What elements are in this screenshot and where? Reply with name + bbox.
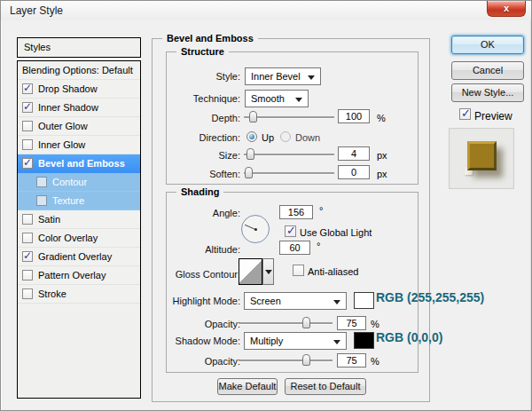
depth-slider-track[interactable] (244, 116, 334, 118)
style-dropdown[interactable]: Inner Bevel (245, 67, 321, 85)
checkbox-icon[interactable] (22, 214, 33, 225)
sidebar-item-gradient-overlay[interactable]: Gradient Overlay (18, 248, 140, 266)
direction-down-radio[interactable] (280, 131, 291, 142)
depth-label: Depth: (167, 113, 240, 123)
checkbox-icon[interactable] (22, 158, 33, 169)
checkbox-icon[interactable] (22, 288, 33, 299)
sidebar-item-pattern-overlay[interactable]: Pattern Overlay (18, 266, 140, 285)
shadow-opacity-thumb[interactable] (302, 354, 310, 366)
sidebar-item-outer-glow[interactable]: Outer Glow (18, 117, 140, 136)
gloss-contour-thumbnail[interactable] (239, 258, 262, 285)
sidebar-item-label: Outer Glow (38, 121, 88, 131)
shadow-mode-value: Multiply (250, 336, 283, 346)
shadow-opacity-track[interactable] (239, 360, 332, 361)
angle-unit: ° (319, 205, 323, 216)
sidebar-item-texture[interactable]: Texture (18, 192, 140, 210)
dialog-title: Layer Style (10, 4, 63, 17)
sidebar-item-label: Inner Glow (38, 139, 85, 150)
altitude-input[interactable]: 60 (279, 241, 310, 255)
size-input[interactable]: 4 (338, 146, 370, 161)
checkbox-icon[interactable] (22, 251, 33, 262)
checkbox-icon[interactable] (22, 139, 33, 150)
soften-input[interactable]: 0 (338, 165, 370, 179)
depth-slider-thumb[interactable] (249, 111, 257, 123)
structure-group-title: Structure (176, 46, 229, 57)
sidebar-item-label: Pattern Overlay (38, 270, 106, 281)
direction-up-radio[interactable] (246, 131, 257, 142)
depth-unit: % (377, 113, 386, 123)
checkbox-icon[interactable] (22, 121, 33, 131)
shadow-opacity-label: Opacity: (167, 356, 240, 367)
sidebar-item-drop-shadow[interactable]: Drop Shadow (18, 80, 140, 99)
highlight-rgb-annotation: RGB (255,255,255) (376, 290, 484, 304)
make-default-button[interactable]: Make Default (217, 378, 278, 395)
ok-button[interactable]: OK (451, 36, 524, 54)
highlight-mode-value: Screen (250, 296, 281, 306)
soften-slider-thumb[interactable] (245, 167, 253, 178)
style-label: Style: (167, 71, 240, 82)
shadow-mode-dropdown[interactable]: Multiply (244, 332, 347, 350)
sidebar-item-label: Drop Shadow (38, 83, 98, 94)
size-slider-thumb[interactable] (246, 148, 254, 160)
checkbox-icon[interactable] (22, 233, 33, 243)
styles-list: Blending Options: Default Drop Shadow In… (17, 60, 141, 399)
gloss-contour-label: Gloss Contour: (167, 269, 240, 280)
sidebar-item-contour[interactable]: Contour (18, 173, 140, 192)
checkbox-icon[interactable] (22, 83, 33, 94)
cancel-button[interactable]: Cancel (451, 61, 524, 80)
highlight-color-swatch[interactable] (354, 292, 374, 309)
angle-label: Angle: (167, 208, 240, 218)
preview-label: Preview (474, 110, 512, 123)
checkbox-icon[interactable] (22, 270, 33, 281)
angle-center-dot (254, 228, 257, 231)
highlight-mode-dropdown[interactable]: Screen (244, 292, 347, 310)
sidebar-item-label: Bevel and Emboss (38, 158, 125, 169)
gloss-contour-dropdown-arrow-icon[interactable] (262, 258, 274, 285)
size-unit: px (377, 150, 387, 161)
soften-slider-track[interactable] (244, 172, 334, 174)
checkbox-icon[interactable] (36, 177, 47, 187)
sidebar-item-stroke[interactable]: Stroke (18, 285, 140, 304)
sidebar-item-label: Inner Shadow (38, 102, 98, 113)
sidebar-item-label: Satin (38, 214, 60, 225)
shadow-color-swatch[interactable] (354, 332, 374, 349)
angle-input[interactable]: 156 (279, 205, 313, 219)
depth-input[interactable]: 100 (338, 109, 370, 123)
soften-unit: px (377, 169, 387, 179)
use-global-light-checkbox[interactable] (285, 225, 296, 237)
checkbox-icon[interactable] (36, 195, 47, 206)
angle-dial[interactable] (241, 215, 270, 243)
shadow-opacity-input[interactable]: 75 (337, 353, 366, 368)
reset-to-default-button[interactable]: Reset to Default (285, 378, 366, 395)
use-global-light-label: Use Global Light (300, 227, 372, 238)
bevel-emboss-group: Bevel and Emboss Structure Style: Inner … (152, 38, 430, 402)
title-bar[interactable]: Layer Style x (1, 1, 531, 20)
sidebar-item-bevel-and-emboss[interactable]: Bevel and Emboss (18, 154, 140, 173)
sidebar-item-label: Contour (52, 177, 87, 187)
size-label: Size: (167, 150, 240, 161)
preview-beveled-square (467, 141, 497, 170)
shading-group: Shading Angle: 156 ° Use Global Light Al… (166, 192, 419, 373)
sidebar-item-inner-shadow[interactable]: Inner Shadow (18, 99, 140, 117)
preview-checkbox[interactable] (459, 108, 471, 120)
sidebar-item-inner-glow[interactable]: Inner Glow (18, 136, 140, 154)
shadow-opacity-unit: % (371, 356, 379, 367)
sidebar-item-label: Stroke (38, 288, 66, 299)
size-slider-track[interactable] (244, 154, 334, 155)
direction-down-label: Down (295, 132, 320, 143)
highlight-opacity-thumb[interactable] (302, 317, 310, 328)
anti-aliased-checkbox[interactable] (293, 265, 304, 276)
technique-dropdown[interactable]: Smooth (245, 90, 309, 107)
sidebar-item-blending-options[interactable]: Blending Options: Default (18, 61, 140, 80)
sidebar-item-color-overlay[interactable]: Color Overlay (18, 229, 140, 248)
highlight-opacity-track[interactable] (239, 322, 332, 324)
close-icon[interactable]: x (487, 1, 526, 17)
altitude-unit: ° (317, 241, 320, 251)
highlight-opacity-label: Opacity: (167, 319, 240, 329)
sidebar-item-satin[interactable]: Satin (18, 210, 140, 229)
new-style-button[interactable]: New Style... (451, 83, 524, 102)
checkbox-icon[interactable] (22, 102, 33, 113)
shadow-rgb-annotation: RGB (0,0,0) (376, 330, 442, 344)
highlight-opacity-input[interactable]: 75 (337, 316, 366, 330)
sidebar-item-label: Gradient Overlay (38, 251, 112, 262)
